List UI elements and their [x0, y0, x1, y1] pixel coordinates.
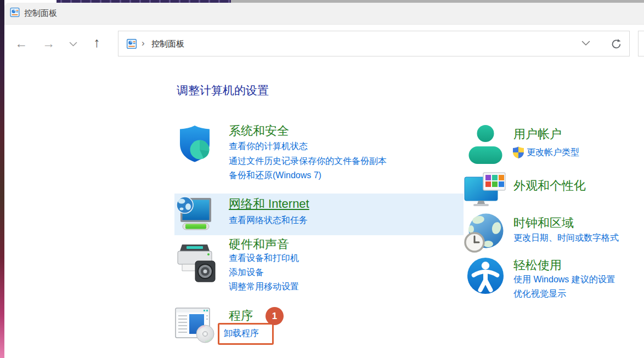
- category-clock-region[interactable]: 时钟和区域: [513, 215, 574, 231]
- link-file-history-backup[interactable]: 通过文件历史记录保存你的文件备份副本: [229, 156, 387, 167]
- category-programs[interactable]: 程序: [229, 308, 253, 324]
- breadcrumb-separator-icon: ›: [142, 38, 145, 49]
- link-optimize-visual-display[interactable]: 优化视觉显示: [513, 288, 566, 300]
- category-network-internet[interactable]: 网络和 Internet: [229, 196, 309, 212]
- link-windows-suggested-settings[interactable]: 使用 Windows 建议的设置: [513, 274, 615, 286]
- link-add-device[interactable]: 添加设备: [229, 267, 264, 279]
- address-dropdown-icon[interactable]: [581, 41, 590, 46]
- link-change-account-type[interactable]: 更改帐户类型: [527, 147, 579, 158]
- system-security-icon[interactable]: [177, 124, 213, 163]
- search-input[interactable]: [638, 31, 644, 56]
- link-uninstall-program[interactable]: 卸载程序: [224, 328, 259, 339]
- ease-of-access-icon[interactable]: [466, 257, 505, 295]
- page-title: 调整计算机的设置: [177, 83, 269, 98]
- link-adjust-mobility-settings[interactable]: 调整常用移动设置: [229, 281, 299, 293]
- recent-locations-chevron-icon[interactable]: [69, 42, 77, 47]
- refresh-icon[interactable]: [611, 38, 622, 50]
- link-view-devices-printers[interactable]: 查看设备和打印机: [229, 253, 299, 264]
- control-panel-icon: [10, 8, 20, 17]
- category-user-accounts[interactable]: 用户帐户: [513, 126, 562, 143]
- clock-region-icon[interactable]: [464, 213, 505, 253]
- category-appearance-personalization[interactable]: 外观和个性化: [513, 178, 586, 194]
- category-ease-of-access[interactable]: 轻松使用: [513, 257, 562, 274]
- uac-shield-icon: [512, 146, 524, 159]
- back-button[interactable]: ←: [15, 37, 27, 50]
- hover-highlight: [174, 194, 464, 235]
- address-bar[interactable]: [118, 31, 630, 56]
- titlebar: [4, 3, 644, 24]
- window-title: 控制面板: [24, 8, 57, 19]
- link-view-network-status[interactable]: 查看网络状态和任务: [229, 215, 308, 226]
- link-backup-restore-win7[interactable]: 备份和还原(Windows 7): [229, 170, 321, 181]
- breadcrumb-root[interactable]: 控制面板: [151, 39, 184, 49]
- hardware-sound-icon[interactable]: [173, 240, 216, 283]
- programs-icon[interactable]: [174, 307, 218, 344]
- category-hardware-sound[interactable]: 硬件和声音: [229, 236, 289, 253]
- forward-button[interactable]: →: [42, 37, 55, 50]
- link-change-date-time-format[interactable]: 更改日期、时间或数字格式: [513, 232, 619, 244]
- control-panel-window: 控制面板 ← → ↑ › 控制面板 调整计算机的设置: [0, 0, 644, 358]
- breadcrumb-control-panel-icon[interactable]: [126, 39, 137, 49]
- up-button[interactable]: ↑: [93, 36, 100, 49]
- link-view-computer-status[interactable]: 查看你的计算机状态: [229, 141, 308, 152]
- user-accounts-icon[interactable]: [467, 124, 504, 166]
- appearance-personalization-icon[interactable]: [464, 172, 506, 208]
- network-internet-icon[interactable]: [176, 196, 213, 232]
- category-system-security[interactable]: 系统和安全: [229, 123, 289, 139]
- desktop-wallpaper-strip: [0, 0, 4, 358]
- annotation-step-badge: 1: [265, 307, 284, 325]
